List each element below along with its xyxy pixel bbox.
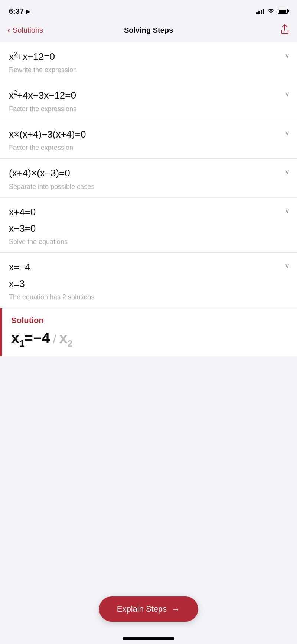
step-4-equation: (x+4)×(x−3)=0 — [9, 166, 288, 180]
page-title: Solving Steps — [124, 26, 173, 35]
solution-x2: x2 — [59, 330, 72, 349]
step-5-equation-line2: x−3=0 — [9, 222, 288, 235]
solution-separator: / — [53, 332, 56, 346]
step-1-description: Rewrite the expression — [9, 66, 288, 74]
chevron-icon-3[interactable]: ∨ — [285, 129, 290, 137]
home-indicator — [123, 637, 174, 640]
back-label: Solutions — [13, 26, 43, 35]
step-5: ∨ x+4=0 x−3=0 Solve the equations — [0, 198, 297, 253]
step-6-description: The equation has 2 solutions — [9, 293, 288, 301]
step-3-description: Factor the expression — [9, 144, 288, 152]
step-6-equation-line2: x=3 — [9, 277, 288, 290]
step-5-description: Solve the equations — [9, 238, 288, 246]
wifi-icon — [267, 7, 275, 15]
location-icon: ▶ — [26, 8, 30, 15]
step-6: ∨ x=−4 x=3 The equation has 2 solutions — [0, 253, 297, 308]
step-2-equation: x2+4x−3x−12=0 — [9, 88, 288, 102]
status-time: 6:37 — [9, 7, 24, 16]
chevron-icon-1[interactable]: ∨ — [285, 51, 290, 59]
chevron-icon-4[interactable]: ∨ — [285, 168, 290, 176]
step-3: ∨ x×(x+4)−3(x+4)=0 Factor the expression — [0, 120, 297, 159]
step-4: ∨ (x+4)×(x−3)=0 Separate into possible c… — [0, 159, 297, 197]
battery-icon — [278, 9, 288, 14]
back-chevron-icon: ‹ — [7, 25, 10, 35]
chevron-icon-5[interactable]: ∨ — [285, 207, 290, 215]
solution-title: Solution — [11, 316, 288, 325]
content-area: ∨ x2+x−12=0 Rewrite the expression ∨ x2+… — [0, 42, 297, 356]
signal-icon — [256, 8, 264, 14]
explain-steps-arrow: → — [171, 604, 180, 614]
step-6-equation-line1: x=−4 — [9, 260, 288, 274]
step-1-equation: x2+x−12=0 — [9, 50, 288, 63]
solution-section: Solution x1=−4 / x2 — [0, 308, 297, 356]
solution-x1: x1=−4 — [11, 330, 50, 349]
step-3-equation: x×(x+4)−3(x+4)=0 — [9, 128, 288, 141]
step-1: ∨ x2+x−12=0 Rewrite the expression — [0, 42, 297, 81]
back-button[interactable]: ‹ Solutions — [7, 25, 43, 35]
chevron-icon-2[interactable]: ∨ — [285, 90, 290, 98]
step-4-description: Separate into possible cases — [9, 183, 288, 191]
step-2: ∨ x2+4x−3x−12=0 Factor the expressions — [0, 81, 297, 120]
step-2-description: Factor the expressions — [9, 105, 288, 113]
status-icons — [256, 7, 288, 15]
chevron-icon-6[interactable]: ∨ — [285, 262, 290, 270]
explain-steps-container: Explain Steps → — [99, 596, 198, 622]
step-5-equation-line1: x+4=0 — [9, 205, 288, 219]
explain-steps-label: Explain Steps — [117, 604, 167, 614]
explain-steps-button[interactable]: Explain Steps → — [99, 596, 198, 622]
share-button[interactable] — [280, 24, 290, 36]
status-bar: 6:37 ▶ — [0, 0, 297, 20]
